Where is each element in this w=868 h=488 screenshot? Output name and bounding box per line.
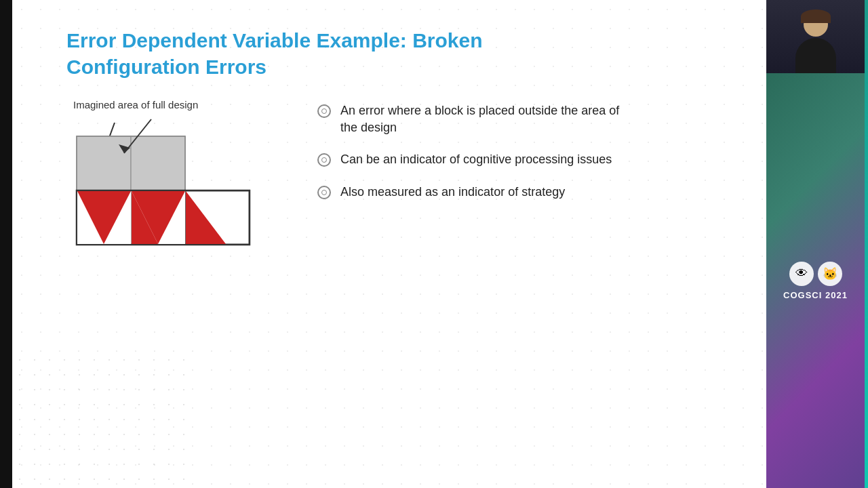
main-container: Error Dependent Variable Example: Broken… bbox=[0, 0, 868, 488]
presenter-head bbox=[804, 12, 828, 37]
eye-icon: 👁 bbox=[795, 266, 808, 281]
slide-area: Error Dependent Variable Example: Broken… bbox=[12, 0, 766, 488]
diagram-wrapper bbox=[73, 116, 263, 258]
diagram-section: Imagined area of full design bbox=[66, 99, 283, 258]
bullet-icon-3 bbox=[317, 186, 331, 199]
right-panel: 👁 🐱 COGSCI 2021 bbox=[766, 0, 865, 488]
cat-icon-circle: 🐱 bbox=[818, 262, 842, 286]
presenter-bg bbox=[766, 0, 865, 73]
presenter-hair bbox=[801, 9, 831, 23]
teal-edge bbox=[865, 0, 868, 488]
webcam-view bbox=[766, 0, 865, 73]
slide-body: Imagined area of full design bbox=[66, 99, 726, 258]
bullet-item-2: Can be an indicator of cognitive process… bbox=[317, 151, 726, 168]
bullet-icon-2 bbox=[317, 153, 331, 167]
bullet-text-1: An error where a block is placed outside… bbox=[340, 102, 632, 136]
logo-icons-row: 👁 🐱 bbox=[789, 262, 842, 286]
bullet-item-1: An error where a block is placed outside… bbox=[317, 102, 726, 136]
diagram-label: Imagined area of full design bbox=[73, 99, 283, 110]
slide-title: Error Dependent Variable Example: Broken… bbox=[66, 27, 528, 80]
left-sidebar bbox=[0, 0, 12, 488]
svg-rect-1 bbox=[131, 136, 185, 190]
presenter-body bbox=[795, 38, 836, 73]
bullet-icon-1 bbox=[317, 104, 331, 118]
slide-content: Error Dependent Variable Example: Broken… bbox=[12, 0, 766, 488]
eye-icon-circle: 👁 bbox=[789, 262, 814, 286]
bullet-item-3: Also measured as an indicator of strateg… bbox=[317, 184, 726, 201]
cat-icon: 🐱 bbox=[823, 266, 837, 281]
logo-text: COGSCI 2021 bbox=[783, 290, 848, 300]
presenter-shape bbox=[789, 12, 843, 73]
logo-panel: 👁 🐱 COGSCI 2021 bbox=[766, 73, 865, 488]
bullets-section: An error where a block is placed outside… bbox=[317, 99, 726, 216]
bullet-text-3: Also measured as an indicator of strateg… bbox=[340, 184, 565, 201]
block-design-svg bbox=[73, 116, 263, 248]
svg-rect-0 bbox=[77, 136, 131, 190]
bullet-text-2: Can be an indicator of cognitive process… bbox=[340, 151, 612, 168]
